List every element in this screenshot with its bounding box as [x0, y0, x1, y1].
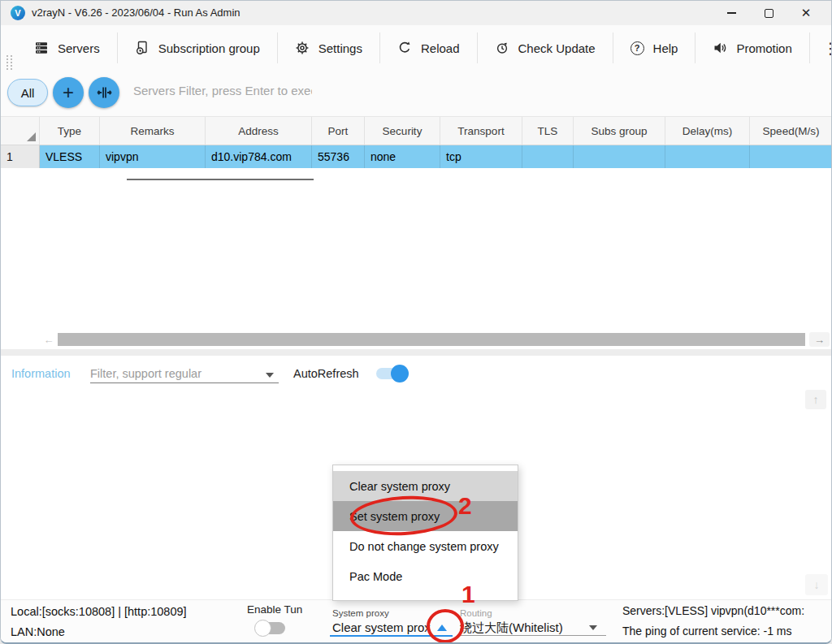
cell-remarks[interactable]: vipvpn	[100, 145, 206, 168]
scroll-left-button[interactable]: ←	[40, 332, 58, 347]
select-all-corner[interactable]	[1, 117, 40, 145]
subs-group-all-button[interactable]: All	[7, 79, 48, 106]
minimize-icon	[727, 12, 736, 13]
help-icon: ?	[630, 41, 644, 55]
question-mark: ?	[635, 43, 640, 53]
cell-tls[interactable]	[522, 145, 574, 168]
settings-button[interactable]: Settings	[278, 32, 379, 63]
maximize-icon	[765, 9, 774, 18]
scrollbar-thumb[interactable]	[58, 333, 805, 346]
enable-tun-label: Enable Tun	[247, 603, 302, 616]
table-row[interactable]: 1 VLESS vipvpn d10.vip784.com 55736 none…	[1, 145, 832, 168]
subscription-group-label: Subscription group	[158, 41, 260, 55]
arrow-down-icon: ↓	[814, 578, 820, 591]
servers-icon	[34, 41, 49, 55]
reload-label: Reload	[421, 41, 460, 55]
chevron-down-icon[interactable]	[589, 625, 597, 630]
column-header-remarks[interactable]: Remarks	[100, 117, 206, 145]
info-scroll-up-button[interactable]: ↑	[805, 390, 826, 409]
corner-triangle-icon	[27, 132, 36, 141]
scroll-right-button[interactable]: →	[809, 332, 830, 347]
servers-filter-underline	[127, 179, 314, 180]
horizontal-scrollbar[interactable]: ← →	[1, 332, 831, 347]
add-server-button[interactable]: +	[53, 77, 84, 108]
check-update-icon	[495, 41, 509, 55]
cell-security[interactable]: none	[365, 145, 440, 168]
plus-icon: +	[63, 81, 74, 104]
menu-item-pac-mode[interactable]: Pac Mode	[333, 561, 518, 591]
toggle-panel-button[interactable]	[89, 77, 119, 108]
info-filter-underline	[90, 383, 279, 383]
info-filter-input[interactable]: Filter, support regular	[90, 367, 257, 380]
local-ports-text: Local:[socks:10808] | [http:10809]	[11, 605, 187, 618]
status-bar: Local:[socks:10808] | [http:10809] LAN:N…	[1, 599, 831, 644]
help-label: Help	[653, 41, 678, 55]
servers-menu-label: Servers	[58, 41, 100, 55]
help-button[interactable]: ? Help	[613, 33, 696, 63]
v2rayn-window: V v2rayN - V6.26 - 2023/06/04 - Run As A…	[0, 0, 832, 644]
column-header-tls[interactable]: TLS	[522, 117, 574, 145]
system-proxy-combo[interactable]: Clear system prox	[332, 620, 435, 634]
arrow-left-icon: ←	[44, 334, 54, 346]
chevron-down-icon[interactable]	[266, 373, 274, 378]
column-header-security[interactable]: Security	[365, 117, 440, 145]
servers-filter-input[interactable]: Servers Filter, press Enter to exec	[133, 84, 312, 97]
split-columns-icon	[96, 84, 112, 101]
maximize-button[interactable]	[750, 1, 787, 25]
titlebar: V v2rayN - V6.26 - 2023/06/04 - Run As A…	[1, 1, 831, 25]
cell-address[interactable]: d10.vip784.com	[206, 145, 312, 168]
column-header-transport[interactable]: Transport	[440, 117, 522, 145]
menu-item-do-not-change-system-proxy[interactable]: Do not change system proxy	[333, 531, 518, 561]
cell-transport[interactable]: tcp	[440, 145, 522, 168]
settings-label: Settings	[318, 41, 362, 55]
gear-icon	[295, 41, 310, 55]
filter-bar: All + Servers Filter, press Enter to exe…	[1, 71, 831, 116]
row-number: 1	[1, 145, 40, 168]
cell-delay[interactable]	[665, 145, 750, 168]
annotation-number-1: 1	[462, 581, 475, 608]
reload-icon	[397, 41, 412, 55]
enable-tun-toggle[interactable]	[256, 622, 285, 634]
cell-subs-group[interactable]	[574, 145, 665, 168]
autorefresh-label: AutoRefresh	[293, 367, 359, 380]
toggle-knob	[254, 620, 271, 637]
cell-speed[interactable]	[750, 145, 832, 168]
minimize-button[interactable]	[713, 1, 750, 25]
close-icon: ✕	[801, 6, 812, 20]
window-title: v2rayN - V6.26 - 2023/06/04 - Run As Adm…	[32, 6, 240, 19]
server-table-header: Type Remarks Address Port Security Trans…	[1, 116, 832, 145]
current-server-text: Servers:[VLESS] vipvpn(d10***com:	[622, 604, 804, 617]
column-header-address[interactable]: Address	[206, 117, 312, 145]
check-update-label: Check Update	[518, 41, 596, 55]
tab-information[interactable]: Information	[11, 367, 71, 380]
main-toolbar: Servers Subscription group Settings	[1, 25, 831, 71]
column-header-speed[interactable]: Speed(M/s)	[750, 117, 832, 145]
lan-text: LAN:None	[11, 625, 65, 638]
close-button[interactable]: ✕	[787, 1, 825, 25]
column-header-delay[interactable]: Delay(ms)	[665, 117, 750, 145]
check-update-button[interactable]: Check Update	[478, 32, 613, 63]
cell-type[interactable]: VLESS	[40, 145, 100, 168]
servers-menu-button[interactable]: Servers	[17, 32, 117, 63]
app-logo-icon: V	[11, 6, 25, 20]
reload-button[interactable]: Reload	[380, 32, 477, 63]
routing-combo[interactable]: 绕过大陆(Whitelist)	[460, 620, 563, 636]
autorefresh-toggle[interactable]	[376, 368, 405, 379]
column-header-type[interactable]: Type	[40, 117, 100, 145]
system-proxy-dropdown-menu: Clear system proxy Set system proxy Do n…	[332, 465, 518, 601]
arrow-right-icon: →	[814, 334, 825, 346]
routing-combo-label: Routing	[460, 608, 492, 618]
cell-port[interactable]: 55736	[312, 145, 365, 168]
more-menu-button[interactable]: ⋮	[810, 39, 832, 58]
info-scroll-down-button[interactable]: ↓	[805, 574, 828, 595]
column-header-subs-group[interactable]: Subs group	[574, 117, 665, 145]
column-header-port[interactable]: Port	[312, 117, 365, 145]
server-table: Type Remarks Address Port Security Trans…	[1, 116, 832, 168]
all-label: All	[21, 86, 35, 100]
promotion-button[interactable]: Promotion	[696, 32, 808, 63]
panel-splitter[interactable]	[1, 349, 831, 356]
promotion-label: Promotion	[736, 41, 791, 55]
annotation-number-2: 2	[458, 492, 472, 520]
system-proxy-combo-label: System proxy	[332, 608, 389, 618]
subscription-group-button[interactable]: Subscription group	[118, 32, 277, 63]
